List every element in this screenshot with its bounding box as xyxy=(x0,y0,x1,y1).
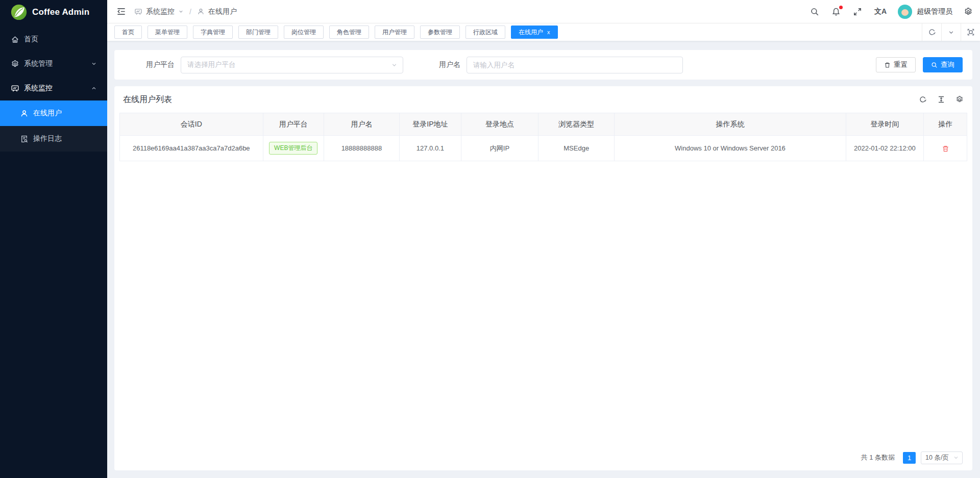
tabs-bar: 首页 菜单管理 字典管理 部门管理 岗位管理 角色管理 用户管理 参数管理 行政… xyxy=(107,23,980,41)
breadcrumb-separator: / xyxy=(189,8,191,16)
monitor-icon xyxy=(10,84,19,93)
content-area: 用户平台 请选择用户平台 用户名 重置 xyxy=(107,41,980,478)
username-input[interactable] xyxy=(467,57,683,73)
online-users-card: 在线用户列表 xyxy=(114,86,972,470)
cell-login-time: 2022-01-02 22:12:00 xyxy=(846,136,924,161)
app-logo[interactable]: Coffee Admin xyxy=(0,0,107,24)
tab-dept-management[interactable]: 部门管理 xyxy=(238,26,278,39)
breadcrumb-item[interactable]: 系统监控 xyxy=(146,7,175,16)
cell-session-id: 26118e6169aa41a387aa3ca7a7d2a6be xyxy=(120,136,263,161)
tab-region[interactable]: 行政区域 xyxy=(465,26,505,39)
cell-os: Windows 10 or Windows Server 2016 xyxy=(615,136,846,161)
sidebar-item-home[interactable]: 首页 xyxy=(0,27,107,52)
platform-select-placeholder: 请选择用户平台 xyxy=(187,60,391,69)
platform-select[interactable]: 请选择用户平台 xyxy=(181,57,403,73)
col-ip: 登录IP地址 xyxy=(399,113,461,136)
notification-bell-icon[interactable] xyxy=(831,7,841,16)
app-title: Coffee Admin xyxy=(32,7,89,17)
cell-browser: MSEdge xyxy=(538,136,615,161)
chevron-down-icon[interactable] xyxy=(941,23,961,41)
tab-role-management[interactable]: 角色管理 xyxy=(329,26,369,39)
translate-icon[interactable]: 文A xyxy=(874,7,887,16)
gear-icon xyxy=(10,59,19,68)
settings-gear-icon[interactable] xyxy=(964,7,973,16)
table-row: 26118e6169aa41a387aa3ca7a7d2a6be WEB管理后台… xyxy=(120,136,967,161)
search-icon xyxy=(931,62,938,68)
sidebar-item-label: 首页 xyxy=(24,35,38,44)
delete-trash-icon[interactable] xyxy=(942,145,949,153)
pagination: 共 1 条数据 1 10 条/页 xyxy=(114,445,972,470)
card-title: 在线用户列表 xyxy=(123,94,172,105)
trash-icon xyxy=(884,62,891,68)
page-size-select[interactable]: 10 条/页 xyxy=(921,451,963,464)
cell-ip: 127.0.0.1 xyxy=(399,136,461,161)
filter-panel: 用户平台 请选择用户平台 用户名 重置 xyxy=(114,50,972,80)
avatar[interactable] xyxy=(898,5,912,19)
tab-user-management[interactable]: 用户管理 xyxy=(375,26,414,39)
refresh-icon[interactable] xyxy=(919,95,927,104)
col-browser: 浏览器类型 xyxy=(538,113,615,136)
sidebar-item-operation-logs[interactable]: 操作日志 xyxy=(0,126,107,152)
username-label: 用户名 xyxy=(439,60,460,69)
pagination-page-1[interactable]: 1 xyxy=(903,452,916,464)
tabs-toolbar xyxy=(922,23,980,41)
tab-online-users[interactable]: 在线用户 x xyxy=(511,26,558,39)
online-users-table: 会话ID 用户平台 用户名 登录IP地址 登录地点 浏览器类型 操作系统 登录时… xyxy=(114,113,972,161)
tab-close-icon[interactable]: x xyxy=(547,30,550,35)
breadcrumb-item: 在线用户 xyxy=(208,7,237,16)
main-area: 系统监控 / 在线用户 xyxy=(107,0,980,478)
search-icon[interactable] xyxy=(810,7,819,16)
cell-platform: WEB管理后台 xyxy=(263,136,324,161)
cell-actions xyxy=(924,136,967,161)
col-location: 登录地点 xyxy=(461,113,538,136)
sidebar-item-system-monitor[interactable]: 系统监控 xyxy=(0,76,107,100)
monitor-icon xyxy=(134,8,142,16)
tab-menu-management[interactable]: 菜单管理 xyxy=(148,26,187,39)
home-icon xyxy=(10,35,19,44)
breadcrumb: 系统监控 / 在线用户 xyxy=(134,7,237,16)
reset-button[interactable]: 重置 xyxy=(876,57,916,72)
page-size-value: 10 条/页 xyxy=(925,454,949,462)
topbar-actions: 文A 超级管理员 xyxy=(798,5,973,19)
sidebar-item-label: 在线用户 xyxy=(33,109,62,118)
tab-post-management[interactable]: 岗位管理 xyxy=(284,26,324,39)
search-button[interactable]: 查询 xyxy=(923,57,963,72)
sidebar-menu: 首页 系统管理 系统监控 xyxy=(0,24,107,152)
user-icon xyxy=(19,109,29,118)
content-fullscreen-icon[interactable] xyxy=(961,23,980,41)
card-header: 在线用户列表 xyxy=(114,86,972,113)
col-actions: 操作 xyxy=(924,113,967,136)
sidebar-item-online-users[interactable]: 在线用户 xyxy=(0,100,107,126)
col-platform: 用户平台 xyxy=(263,113,324,136)
log-search-icon xyxy=(19,134,29,143)
sidebar-item-system-management[interactable]: 系统管理 xyxy=(0,52,107,76)
chevron-down-icon xyxy=(91,61,97,67)
chevron-down-icon xyxy=(953,455,959,461)
col-session-id: 会话ID xyxy=(120,113,263,136)
column-settings-gear-icon[interactable] xyxy=(955,95,964,104)
sidebar-item-label: 系统监控 xyxy=(24,84,53,93)
card-toolbar xyxy=(919,95,964,104)
tab-home[interactable]: 首页 xyxy=(114,26,142,39)
row-height-icon[interactable] xyxy=(937,95,945,104)
sidebar-submenu: 在线用户 操作日志 xyxy=(0,100,107,152)
collapse-sidebar-icon[interactable] xyxy=(116,7,126,16)
col-username: 用户名 xyxy=(324,113,400,136)
chevron-down-icon xyxy=(391,62,398,68)
table-header-row: 会话ID 用户平台 用户名 登录IP地址 登录地点 浏览器类型 操作系统 登录时… xyxy=(120,113,967,136)
tab-dict-management[interactable]: 字典管理 xyxy=(193,26,233,39)
sidebar: Coffee Admin 首页 系统管理 xyxy=(0,0,107,478)
app-root: Coffee Admin 首页 系统管理 xyxy=(0,0,980,478)
col-login-time: 登录时间 xyxy=(846,113,924,136)
user-icon xyxy=(197,8,205,15)
chevron-down-icon[interactable] xyxy=(178,9,184,14)
platform-label: 用户平台 xyxy=(146,60,175,69)
user-menu[interactable]: 超级管理员 xyxy=(898,5,952,19)
tab-param-management[interactable]: 参数管理 xyxy=(420,26,460,39)
platform-tag: WEB管理后台 xyxy=(269,142,317,154)
fullscreen-icon[interactable] xyxy=(853,7,862,16)
cell-location: 内网IP xyxy=(461,136,538,161)
refresh-icon[interactable] xyxy=(922,23,941,41)
sidebar-item-label: 系统管理 xyxy=(24,59,53,68)
leaf-logo-icon xyxy=(11,4,27,20)
